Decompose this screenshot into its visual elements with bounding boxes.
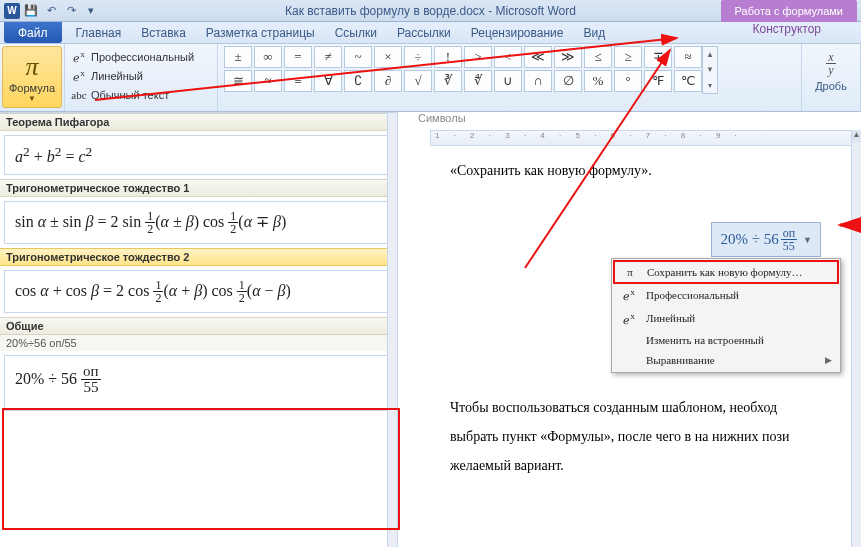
equation-dropdown-icon[interactable]: ▼ [803,235,812,245]
symbol-cell[interactable]: ≫ [554,46,582,68]
tab-review[interactable]: Рецензирование [461,22,574,43]
tab-insert[interactable]: Вставка [131,22,196,43]
menu-change-inline[interactable]: Изменить на встроенный [614,330,838,350]
more-icon[interactable]: ▾ [703,78,717,93]
document-body[interactable]: «Сохранить как новую формулу». 20% ÷ 56 … [450,152,851,547]
chevron-down-icon: ▼ [28,94,36,103]
save-icon[interactable]: 💾 [22,2,40,20]
symbol-cell[interactable]: ℉ [644,70,672,92]
symbol-cell[interactable]: ≪ [524,46,552,68]
tab-layout[interactable]: Разметка страницы [196,22,325,43]
symbol-cell[interactable]: ≡ [284,70,312,92]
format-professional[interactable]: ℯx Профессиональный [71,48,211,66]
symbol-cell[interactable]: ∁ [344,70,372,92]
gallery-category: Тригонометрическое тождество 1 [0,179,397,197]
chevron-down-icon[interactable]: ▼ [703,62,717,77]
menu-linear[interactable]: ℯx Линейный [614,307,838,331]
vertical-scrollbar[interactable]: ▲ [851,130,861,547]
doc-text: желаемый вариант. [450,455,851,476]
symbol-cell[interactable]: ∀ [314,70,342,92]
index-button[interactable]: ex Индекс [808,98,854,112]
symbols-scroll[interactable]: ▲ ▼ ▾ [702,46,718,94]
symbol-cell[interactable]: ∞ [254,46,282,68]
symbols-group-label: Символы [418,112,466,124]
symbol-cell[interactable]: < [494,46,522,68]
word-icon: W [4,3,20,19]
gallery-item-pythagoras[interactable]: a2 + b2 = c2 [4,135,393,175]
menu-save-new-formula[interactable]: π Сохранить как новую формулу… [613,260,839,284]
horizontal-ruler[interactable]: 1 · 2 · 3 · 4 · 5 · 6 · 7 · 8 · 9 · [430,130,861,146]
chevron-up-icon[interactable]: ▲ [852,130,861,142]
document-area: Символы 1 · 2 · 3 · 4 · 5 · 6 · 7 · 8 · … [410,112,861,547]
pi-icon: π [25,52,38,82]
index-icon: ex [823,98,839,112]
symbol-cell[interactable]: ≠ [314,46,342,68]
symbol-cell[interactable]: ℃ [674,70,702,92]
ribbon: π Формула ▼ ℯx Профессиональный ℯx Линей… [0,44,861,112]
undo-icon[interactable]: ↶ [42,2,60,20]
formula-gallery-button[interactable]: π Формула ▼ [2,46,62,108]
format-linear[interactable]: ℯx Линейный [71,67,211,85]
file-tab[interactable]: Файл [4,22,62,43]
gallery-subtitle: 20%÷56 оп/55 [0,335,397,351]
symbol-cell[interactable]: ! [434,46,462,68]
symbol-cell[interactable]: ≈ [674,46,702,68]
tab-refs[interactable]: Ссылки [325,22,387,43]
symbol-cell[interactable]: × [374,46,402,68]
redo-icon[interactable]: ↷ [62,2,80,20]
professional-icon: ℯx [71,49,87,65]
symbol-cell[interactable]: ÷ [404,46,432,68]
symbol-cell[interactable]: ∪ [494,70,522,92]
equation-context-menu: π Сохранить как новую формулу… ℯx Профес… [611,258,841,373]
gallery-item-trig1[interactable]: sin α ± sin β = 2 sin 12(α ± β) cos 12(α… [4,201,393,244]
tab-home[interactable]: Главная [66,22,132,43]
tab-constructor[interactable]: Конструктор [743,22,831,36]
symbol-cell[interactable]: ∓ [644,46,672,68]
symbol-cell[interactable]: ∜ [464,70,492,92]
menu-alignment[interactable]: Выравнивание ▶ [614,350,838,370]
equation-text: cos α + cos β = 2 cos 12(α + β) cos 12(α… [15,282,291,299]
symbol-cell[interactable]: > [464,46,492,68]
symbol-cell[interactable]: √ [404,70,432,92]
symbol-cell[interactable]: ∂ [374,70,402,92]
title-bar: W 💾 ↶ ↷ ▾ Как вставить формулу в ворде.d… [0,0,861,22]
symbol-cell[interactable]: % [584,70,612,92]
formula-gallery-panel: Теорема Пифагора a2 + b2 = c2 Тригономет… [0,112,398,547]
fraction-icon: xy [826,46,835,80]
qat-dropdown-icon[interactable]: ▾ [82,2,100,20]
symbol-cell[interactable]: = [284,46,312,68]
chevron-right-icon: ▶ [825,355,832,365]
symbol-cell[interactable]: ∩ [524,70,552,92]
equation-object[interactable]: 20% ÷ 56 оп 55 ▼ [711,222,821,257]
fraction-button[interactable]: xy Дробь [808,46,854,92]
chevron-up-icon[interactable]: ▲ [703,47,717,62]
gallery-category: Тригонометрическое тождество 2 [0,248,397,266]
gallery-item-trig2[interactable]: cos α + cos β = 2 cos 12(α + β) cos 12(α… [4,270,393,313]
symbol-cell[interactable]: ° [614,70,642,92]
linear-icon: ℯx [620,311,638,327]
gallery-scrollbar[interactable] [387,113,397,547]
gallery-category-custom: Общие [0,317,397,335]
symbol-cell[interactable]: ∛ [434,70,462,92]
gallery-item-custom[interactable]: 20% ÷ 56 оп55 [4,355,393,411]
doc-text: «Сохранить как новую формулу». [450,160,851,181]
symbol-cell[interactable]: ≥ [614,46,642,68]
symbol-cell[interactable]: ≅ [224,70,252,92]
menu-professional[interactable]: ℯx Профессиональный [614,283,838,307]
symbol-cell[interactable]: ≈ [254,70,282,92]
plain-text-icon: abc [71,89,87,101]
tab-mailings[interactable]: Рассылки [387,22,461,43]
symbol-cell[interactable]: ~ [344,46,372,68]
symbol-cell[interactable]: ± [224,46,252,68]
format-plain[interactable]: abc Обычный текст [71,86,211,104]
linear-icon: ℯx [71,68,87,84]
doc-text: выбрать пункт «Формулы», после чего в на… [450,426,851,447]
symbol-cell[interactable]: ≤ [584,46,612,68]
symbols-gallery: ±∞=≠~×÷!><≪≫≤≥∓≈ ≅≈≡∀∁∂√∛∜∪∩∅%°℉℃ ▲ ▼ ▾ [218,44,802,111]
quick-access-toolbar: W 💾 ↶ ↷ ▾ [0,2,100,20]
doc-text: Чтобы воспользоваться созданным шаблоном… [450,397,851,418]
pi-icon: π [621,266,639,278]
structures-group: xy Дробь ex Индекс n√x Радикал [802,44,861,111]
tab-view[interactable]: Вид [573,22,615,43]
symbol-cell[interactable]: ∅ [554,70,582,92]
